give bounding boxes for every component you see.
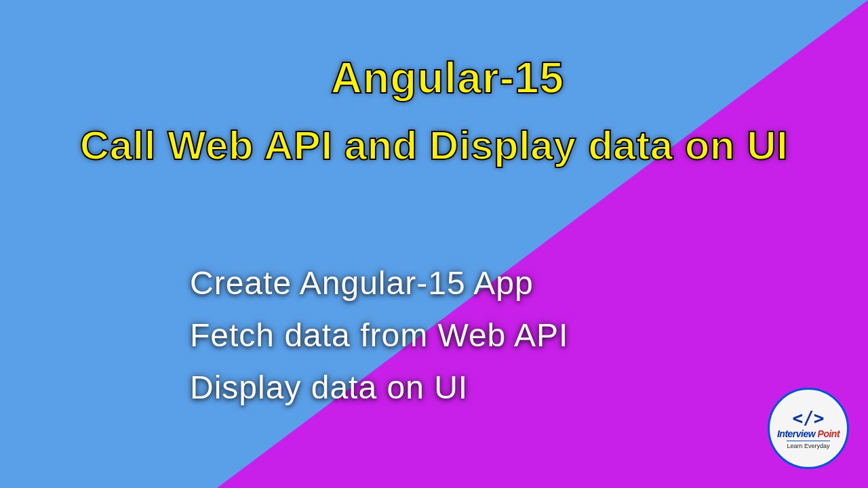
- bullet-item: Fetch data from Web API: [190, 310, 568, 362]
- code-icon: </>: [793, 408, 825, 428]
- content-area: Angular-15 Call Web API and Display data…: [0, 0, 868, 488]
- bullet-list: Create Angular-15 App Fetch data from We…: [190, 258, 568, 413]
- bullet-item: Create Angular-15 App: [190, 258, 568, 310]
- title-small: Angular-15: [0, 53, 868, 103]
- bullet-item: Display data on UI: [190, 362, 568, 414]
- logo-tagline: Learn Everyday: [787, 441, 829, 449]
- brand-logo: </> Interview Point Learn Everyday: [768, 388, 849, 469]
- logo-brand-text: Interview Point: [777, 428, 840, 439]
- title-large: Call Web API and Display data on UI: [0, 122, 868, 169]
